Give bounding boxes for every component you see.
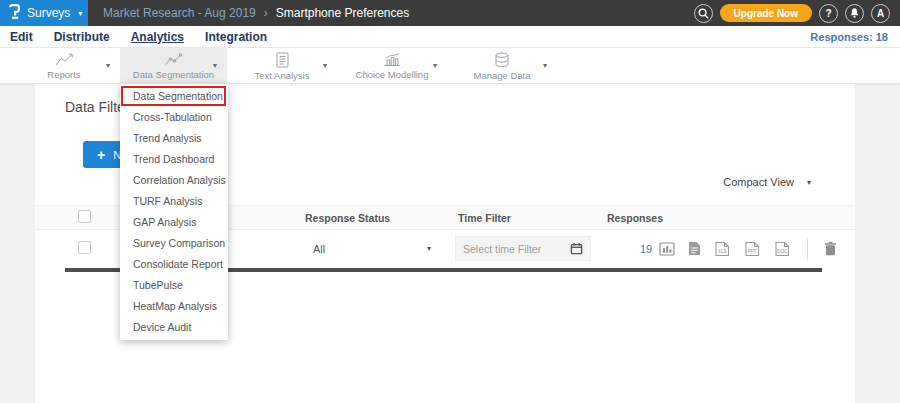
svg-text:DOC: DOC — [777, 249, 788, 254]
responses-column-header: Responses — [595, 212, 667, 224]
product-name: Surveys — [27, 6, 70, 20]
menu-item-tubepulse[interactable]: TubePulse — [120, 275, 228, 296]
time-filter-input[interactable] — [463, 243, 570, 255]
search-button[interactable] — [694, 4, 713, 23]
bar-line-chart-icon — [383, 52, 402, 67]
upgrade-now-button[interactable]: Upgrade Now — [720, 4, 812, 22]
svg-text:PPT: PPT — [748, 249, 757, 254]
search-icon — [697, 7, 710, 20]
tool-manage-data[interactable]: Manage Data ▾ — [447, 48, 557, 84]
bell-icon — [849, 7, 860, 19]
menu-item-consolidate-report[interactable]: Consolidate Report — [120, 254, 228, 275]
export-ppt-button[interactable]: PPT — [744, 241, 761, 257]
avatar[interactable]: A — [871, 4, 890, 23]
chevron-down-icon[interactable]: ▾ — [213, 61, 217, 70]
scatter-line-chart-icon — [163, 52, 184, 67]
menu-item-label: HeatMap Analysis — [133, 300, 217, 312]
tool-text-analysis[interactable]: Text Analysis ▾ — [227, 48, 337, 84]
menu-item-correlation-analysis[interactable]: Correlation Analysis — [120, 170, 228, 191]
menu-item-cross-tabulation[interactable]: Cross-Tabulation — [120, 107, 228, 128]
tool-label: Choice Modelling — [356, 69, 429, 80]
time-filter-column-header: Time Filter — [455, 212, 595, 224]
tool-data-segmentation[interactable]: Data Segmentation ▾ — [120, 48, 227, 84]
menu-item-turf-analysis[interactable]: TURF Analysis — [120, 191, 228, 212]
help-button[interactable]: ? — [819, 4, 838, 23]
menu-item-trend-analysis[interactable]: Trend Analysis — [120, 128, 228, 149]
database-icon — [493, 52, 511, 68]
calendar-icon[interactable] — [570, 242, 583, 255]
chevron-down-icon: ▾ — [78, 9, 82, 18]
menu-item-survey-comparison[interactable]: Survey Comparison — [120, 233, 228, 254]
xls-file-icon: XLS — [714, 241, 731, 257]
export-xls-button[interactable]: XLS — [714, 241, 731, 257]
tool-label: Data Segmentation — [133, 69, 214, 80]
text-document-icon — [275, 52, 290, 68]
line-chart-icon — [54, 52, 75, 67]
menu-item-label: Consolidate Report — [133, 258, 223, 270]
chevron-down-icon: ▾ — [807, 178, 811, 187]
dashboard-report-button[interactable] — [659, 242, 675, 256]
document-report-button[interactable] — [688, 241, 701, 256]
responses-count[interactable]: Responses: 18 — [810, 31, 900, 43]
select-all-checkbox-cell — [65, 210, 105, 225]
svg-text:XLS: XLS — [718, 249, 727, 254]
breadcrumb-parent[interactable]: Market Research - Aug 2019 — [103, 6, 256, 20]
chevron-down-icon[interactable]: ▾ — [106, 61, 110, 70]
divider — [807, 238, 808, 260]
menu-item-gap-analysis[interactable]: GAP Analysis — [120, 212, 228, 233]
menu-item-data-segmentation[interactable]: Data Segmentation — [120, 86, 228, 107]
analytics-toolbar: Reports ▾ Data Segmentation ▾ Text Analy… — [0, 48, 900, 84]
time-filter-cell — [455, 236, 595, 261]
tool-label: Reports — [47, 69, 80, 80]
menu-item-label: Correlation Analysis — [133, 174, 226, 186]
menu-item-label: TURF Analysis — [133, 195, 202, 207]
menu-item-label: Data Segmentation — [133, 90, 223, 102]
menu-item-trend-dashboard[interactable]: Trend Dashboard — [120, 149, 228, 170]
nav-integration[interactable]: Integration — [205, 30, 267, 44]
plus-icon: + — [97, 147, 105, 163]
breadcrumb: Market Research - Aug 2019 › Smartphone … — [103, 6, 409, 20]
row-checkbox-cell — [65, 241, 105, 256]
notifications-button[interactable] — [845, 4, 864, 23]
response-status-select[interactable]: All ▾ — [275, 243, 455, 255]
chevron-down-icon[interactable]: ▾ — [433, 61, 437, 70]
menu-item-label: Trend Analysis — [133, 132, 201, 144]
menu-item-heatmap-analysis[interactable]: HeatMap Analysis — [120, 296, 228, 317]
nav-edit[interactable]: Edit — [10, 30, 33, 44]
menu-item-label: GAP Analysis — [133, 216, 196, 228]
survey-nav: Edit Distribute Analytics Integration Re… — [0, 26, 900, 48]
trash-icon — [824, 241, 837, 256]
menu-item-label: Survey Comparison — [133, 237, 225, 249]
time-filter-input-box — [455, 236, 591, 261]
response-status-value: All — [313, 243, 325, 255]
compact-view-selector[interactable]: Compact View ▾ — [723, 176, 811, 188]
responses-value[interactable]: 19 — [595, 243, 667, 255]
breadcrumb-separator: › — [264, 6, 268, 20]
row-checkbox[interactable] — [78, 241, 91, 254]
nav-distribute[interactable]: Distribute — [54, 30, 110, 44]
tool-label: Manage Data — [473, 70, 530, 81]
row-actions: XLS PPT DOC — [659, 238, 855, 260]
ppt-file-icon: PPT — [744, 241, 761, 257]
chevron-down-icon[interactable]: ▾ — [543, 61, 547, 70]
response-status-column-header: Response Status — [275, 212, 455, 224]
delete-button[interactable] — [824, 241, 837, 256]
tool-choice-modelling[interactable]: Choice Modelling ▾ — [337, 48, 447, 84]
surveys-menu[interactable]: Surveys ▾ — [0, 0, 88, 26]
export-doc-button[interactable]: DOC — [774, 241, 791, 257]
tool-reports[interactable]: Reports ▾ — [8, 48, 120, 84]
nav-analytics[interactable]: Analytics — [131, 30, 184, 44]
breadcrumb-current: Smartphone Preferences — [276, 6, 409, 20]
top-bar: Surveys ▾ Market Research - Aug 2019 › S… — [0, 0, 900, 26]
chevron-down-icon[interactable]: ▾ — [323, 61, 327, 70]
select-all-checkbox[interactable] — [78, 210, 91, 223]
menu-item-label: Device Audit — [133, 321, 191, 333]
menu-item-device-audit[interactable]: Device Audit — [120, 317, 228, 338]
topbar-actions: Upgrade Now ? A — [694, 4, 900, 23]
data-segmentation-dropdown: Data Segmentation Cross-Tabulation Trend… — [120, 84, 228, 340]
menu-item-label: TubePulse — [133, 279, 183, 291]
chevron-down-icon: ▾ — [427, 244, 431, 253]
document-icon — [688, 241, 701, 256]
app-logo-icon — [8, 3, 21, 24]
menu-item-label: Trend Dashboard — [133, 153, 214, 165]
